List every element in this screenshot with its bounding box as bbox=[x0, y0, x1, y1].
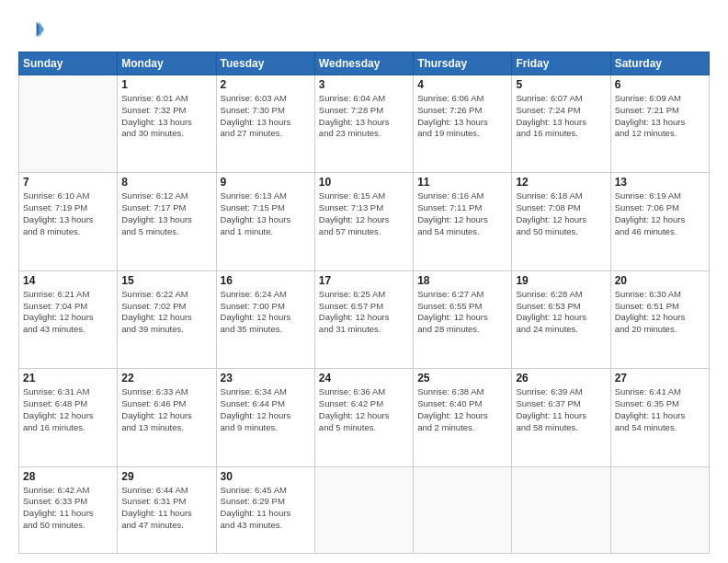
calendar-table: SundayMondayTuesdayWednesdayThursdayFrid… bbox=[18, 52, 710, 554]
day-cell: 15Sunrise: 6:22 AM Sunset: 7:02 PM Dayli… bbox=[118, 270, 216, 368]
day-number: 20 bbox=[615, 274, 705, 287]
day-cell: 21Sunrise: 6:31 AM Sunset: 6:48 PM Dayli… bbox=[19, 369, 118, 466]
day-cell: 10Sunrise: 6:15 AM Sunset: 7:13 PM Dayli… bbox=[314, 173, 413, 270]
day-info: Sunrise: 6:41 AM Sunset: 6:35 PM Dayligh… bbox=[615, 386, 705, 433]
day-number: 14 bbox=[23, 274, 113, 287]
day-number: 13 bbox=[615, 176, 705, 189]
weekday-header: Saturday bbox=[610, 52, 709, 75]
day-info: Sunrise: 6:15 AM Sunset: 7:13 PM Dayligh… bbox=[319, 190, 409, 237]
day-cell: 5Sunrise: 6:07 AM Sunset: 7:24 PM Daylig… bbox=[512, 75, 610, 173]
day-cell: 24Sunrise: 6:36 AM Sunset: 6:42 PM Dayli… bbox=[314, 369, 413, 466]
day-cell: 17Sunrise: 6:25 AM Sunset: 6:57 PM Dayli… bbox=[314, 270, 413, 368]
day-number: 4 bbox=[417, 78, 507, 91]
day-number: 6 bbox=[615, 78, 705, 91]
week-row: 28Sunrise: 6:42 AM Sunset: 6:33 PM Dayli… bbox=[19, 466, 710, 553]
page: SundayMondayTuesdayWednesdayThursdayFrid… bbox=[0, 0, 728, 563]
day-cell bbox=[512, 466, 610, 553]
day-cell bbox=[19, 75, 118, 173]
day-cell: 22Sunrise: 6:33 AM Sunset: 6:46 PM Dayli… bbox=[118, 369, 216, 466]
day-cell: 13Sunrise: 6:19 AM Sunset: 7:06 PM Dayli… bbox=[610, 173, 709, 270]
day-cell: 6Sunrise: 6:09 AM Sunset: 7:21 PM Daylig… bbox=[610, 75, 709, 173]
day-cell: 18Sunrise: 6:27 AM Sunset: 6:55 PM Dayli… bbox=[414, 270, 512, 368]
day-info: Sunrise: 6:22 AM Sunset: 7:02 PM Dayligh… bbox=[121, 289, 211, 336]
day-cell: 2Sunrise: 6:03 AM Sunset: 7:30 PM Daylig… bbox=[216, 75, 314, 173]
day-number: 18 bbox=[417, 274, 507, 287]
day-info: Sunrise: 6:24 AM Sunset: 7:00 PM Dayligh… bbox=[221, 289, 311, 336]
day-cell: 29Sunrise: 6:44 AM Sunset: 6:31 PM Dayli… bbox=[118, 466, 216, 553]
day-number: 10 bbox=[319, 176, 409, 189]
day-number: 26 bbox=[516, 372, 606, 385]
day-cell: 28Sunrise: 6:42 AM Sunset: 6:33 PM Dayli… bbox=[19, 466, 118, 553]
day-info: Sunrise: 6:27 AM Sunset: 6:55 PM Dayligh… bbox=[417, 289, 507, 336]
day-cell: 25Sunrise: 6:38 AM Sunset: 6:40 PM Dayli… bbox=[414, 369, 512, 466]
day-number: 30 bbox=[221, 470, 311, 483]
day-cell bbox=[610, 466, 709, 553]
day-number: 23 bbox=[221, 372, 311, 385]
day-cell: 11Sunrise: 6:16 AM Sunset: 7:11 PM Dayli… bbox=[414, 173, 512, 270]
day-info: Sunrise: 6:16 AM Sunset: 7:11 PM Dayligh… bbox=[417, 190, 507, 237]
day-info: Sunrise: 6:34 AM Sunset: 6:44 PM Dayligh… bbox=[221, 386, 311, 433]
day-cell: 3Sunrise: 6:04 AM Sunset: 7:28 PM Daylig… bbox=[314, 75, 413, 173]
day-cell: 19Sunrise: 6:28 AM Sunset: 6:53 PM Dayli… bbox=[512, 270, 610, 368]
day-info: Sunrise: 6:04 AM Sunset: 7:28 PM Dayligh… bbox=[319, 93, 409, 140]
day-cell: 23Sunrise: 6:34 AM Sunset: 6:44 PM Dayli… bbox=[216, 369, 314, 466]
day-cell: 7Sunrise: 6:10 AM Sunset: 7:19 PM Daylig… bbox=[19, 173, 118, 270]
day-number: 7 bbox=[23, 176, 113, 189]
day-number: 29 bbox=[121, 470, 211, 483]
day-cell: 27Sunrise: 6:41 AM Sunset: 6:35 PM Dayli… bbox=[610, 369, 709, 466]
day-info: Sunrise: 6:09 AM Sunset: 7:21 PM Dayligh… bbox=[615, 93, 705, 140]
week-row: 21Sunrise: 6:31 AM Sunset: 6:48 PM Dayli… bbox=[19, 369, 710, 466]
logo bbox=[18, 17, 48, 42]
day-cell: 9Sunrise: 6:13 AM Sunset: 7:15 PM Daylig… bbox=[216, 173, 314, 270]
weekday-header: Monday bbox=[118, 52, 216, 75]
day-number: 22 bbox=[121, 372, 211, 385]
day-info: Sunrise: 6:13 AM Sunset: 7:15 PM Dayligh… bbox=[221, 190, 311, 237]
day-info: Sunrise: 6:25 AM Sunset: 6:57 PM Dayligh… bbox=[319, 289, 409, 336]
day-info: Sunrise: 6:28 AM Sunset: 6:53 PM Dayligh… bbox=[516, 289, 606, 336]
day-info: Sunrise: 6:36 AM Sunset: 6:42 PM Dayligh… bbox=[319, 386, 409, 433]
day-info: Sunrise: 6:42 AM Sunset: 6:33 PM Dayligh… bbox=[23, 485, 113, 532]
day-info: Sunrise: 6:01 AM Sunset: 7:32 PM Dayligh… bbox=[121, 93, 211, 140]
day-info: Sunrise: 6:30 AM Sunset: 6:51 PM Dayligh… bbox=[615, 289, 705, 336]
day-info: Sunrise: 6:06 AM Sunset: 7:26 PM Dayligh… bbox=[417, 93, 507, 140]
day-number: 11 bbox=[417, 176, 507, 189]
day-info: Sunrise: 6:07 AM Sunset: 7:24 PM Dayligh… bbox=[516, 93, 606, 140]
day-number: 16 bbox=[221, 274, 311, 287]
day-info: Sunrise: 6:39 AM Sunset: 6:37 PM Dayligh… bbox=[516, 386, 606, 433]
weekday-header-row: SundayMondayTuesdayWednesdayThursdayFrid… bbox=[19, 52, 710, 75]
day-info: Sunrise: 6:38 AM Sunset: 6:40 PM Dayligh… bbox=[417, 386, 507, 433]
day-info: Sunrise: 6:12 AM Sunset: 7:17 PM Dayligh… bbox=[121, 190, 211, 237]
day-number: 28 bbox=[23, 470, 113, 483]
day-cell: 16Sunrise: 6:24 AM Sunset: 7:00 PM Dayli… bbox=[216, 270, 314, 368]
day-number: 17 bbox=[319, 274, 409, 287]
day-number: 21 bbox=[23, 372, 113, 385]
day-info: Sunrise: 6:44 AM Sunset: 6:31 PM Dayligh… bbox=[121, 485, 211, 532]
day-number: 1 bbox=[121, 78, 211, 91]
day-cell: 26Sunrise: 6:39 AM Sunset: 6:37 PM Dayli… bbox=[512, 369, 610, 466]
day-number: 15 bbox=[121, 274, 211, 287]
day-cell: 20Sunrise: 6:30 AM Sunset: 6:51 PM Dayli… bbox=[610, 270, 709, 368]
weekday-header: Sunday bbox=[19, 52, 118, 75]
weekday-header: Wednesday bbox=[314, 52, 413, 75]
day-cell: 30Sunrise: 6:45 AM Sunset: 6:29 PM Dayli… bbox=[216, 466, 314, 553]
weekday-header: Tuesday bbox=[216, 52, 314, 75]
week-row: 7Sunrise: 6:10 AM Sunset: 7:19 PM Daylig… bbox=[19, 173, 710, 270]
day-number: 3 bbox=[319, 78, 409, 91]
day-number: 9 bbox=[221, 176, 311, 189]
day-cell: 1Sunrise: 6:01 AM Sunset: 7:32 PM Daylig… bbox=[118, 75, 216, 173]
day-number: 24 bbox=[319, 372, 409, 385]
day-info: Sunrise: 6:03 AM Sunset: 7:30 PM Dayligh… bbox=[221, 93, 311, 140]
day-info: Sunrise: 6:10 AM Sunset: 7:19 PM Dayligh… bbox=[23, 190, 113, 237]
week-row: 14Sunrise: 6:21 AM Sunset: 7:04 PM Dayli… bbox=[19, 270, 710, 368]
day-info: Sunrise: 6:19 AM Sunset: 7:06 PM Dayligh… bbox=[615, 190, 705, 237]
day-cell: 12Sunrise: 6:18 AM Sunset: 7:08 PM Dayli… bbox=[512, 173, 610, 270]
day-number: 2 bbox=[221, 78, 311, 91]
day-cell bbox=[314, 466, 413, 553]
day-number: 25 bbox=[417, 372, 507, 385]
day-cell: 14Sunrise: 6:21 AM Sunset: 7:04 PM Dayli… bbox=[19, 270, 118, 368]
day-info: Sunrise: 6:31 AM Sunset: 6:48 PM Dayligh… bbox=[23, 386, 113, 433]
day-cell: 4Sunrise: 6:06 AM Sunset: 7:26 PM Daylig… bbox=[414, 75, 512, 173]
day-info: Sunrise: 6:45 AM Sunset: 6:29 PM Dayligh… bbox=[221, 485, 311, 532]
week-row: 1Sunrise: 6:01 AM Sunset: 7:32 PM Daylig… bbox=[19, 75, 710, 173]
day-info: Sunrise: 6:33 AM Sunset: 6:46 PM Dayligh… bbox=[121, 386, 211, 433]
